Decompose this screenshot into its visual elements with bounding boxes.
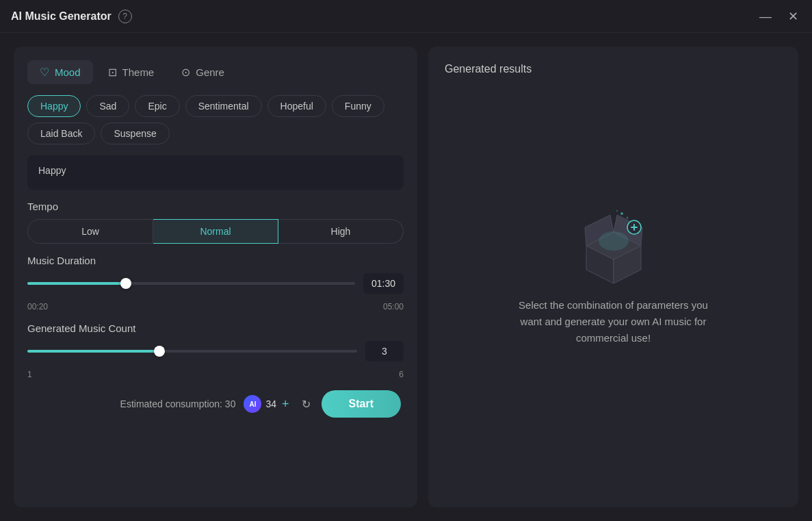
duration-value: 01:30 [363,273,404,294]
bottom-bar: Estimated consumption: 30 AI 34 + ↻ Star… [27,390,404,418]
theme-tab-icon: ⊡ [108,66,117,79]
ai-icon: AI [244,395,261,413]
tab-mood[interactable]: ♡ Mood [27,60,93,84]
music-count-label: Generated Music Count [27,322,404,334]
add-credits-button[interactable]: + [280,397,291,411]
count-value: 3 [365,341,404,361]
empty-state: Select the combination of parameters you… [518,208,709,346]
mood-epic[interactable]: Epic [135,95,179,117]
right-panel: Generated results [428,47,798,507]
titlebar-left: AI Music Generator ? [11,10,132,23]
main-content: ♡ Mood ⊡ Theme ⊙ Genre Happy Sad Epic Se… [0,33,812,521]
duration-slider-row: 01:30 [27,273,404,294]
selected-mood-display: Happy [27,155,404,190]
music-count-section: Generated Music Count 3 1 6 [27,322,404,379]
close-button[interactable]: ✕ [785,8,801,25]
svg-point-5 [599,231,629,251]
tempo-high[interactable]: High [278,219,404,244]
ai-badge: AI 34 + [244,395,290,413]
duration-slider-track[interactable] [27,277,355,290]
tab-bar: ♡ Mood ⊡ Theme ⊙ Genre [27,60,404,84]
svg-point-10 [626,216,628,218]
generated-results-label: Generated results [445,63,532,75]
empty-state-text: Select the combination of parameters you… [518,297,709,346]
mood-happy[interactable]: Happy [27,95,81,117]
start-button[interactable]: Start [322,390,401,418]
consumption-label: Estimated consumption: 30 [120,398,236,409]
credits-count: 34 [265,398,276,409]
app-title: AI Music Generator [11,10,112,23]
window-controls: — ✕ [757,8,801,25]
tempo-group: Low Normal High [27,219,404,244]
count-slider-row: 3 [27,341,404,361]
count-slider-track[interactable] [27,344,357,358]
tab-theme[interactable]: ⊡ Theme [96,60,167,84]
help-button[interactable]: ? [118,10,132,23]
app-window: AI Music Generator ? — ✕ ♡ Mood ⊡ Theme [0,0,812,521]
duration-range-labels: 00:20 05:00 [27,302,404,312]
count-range-labels: 1 6 [27,370,404,379]
mood-grid: Happy Sad Epic Sentimental Hopeful Funny… [27,95,404,144]
svg-point-11 [616,210,618,212]
tempo-label: Tempo [27,201,404,212]
mood-sentimental[interactable]: Sentimental [185,95,262,117]
tempo-normal[interactable]: Normal [153,219,278,244]
mood-tab-icon: ♡ [40,66,49,79]
music-duration-label: Music Duration [27,255,404,266]
genre-tab-icon: ⊙ [181,66,190,79]
titlebar: AI Music Generator ? — ✕ [0,0,812,33]
tempo-low[interactable]: Low [27,219,153,244]
tempo-section: Tempo Low Normal High [27,201,404,244]
music-duration-section: Music Duration 01:30 00:20 05:00 [27,255,404,312]
mood-funny[interactable]: Funny [332,95,384,117]
refresh-button[interactable]: ↻ [299,398,313,411]
tab-genre[interactable]: ⊙ Genre [169,60,237,84]
minimize-button[interactable]: — [757,8,774,25]
left-panel: ♡ Mood ⊡ Theme ⊙ Genre Happy Sad Epic Se… [14,47,417,507]
empty-state-icon [573,208,655,283]
mood-sad[interactable]: Sad [86,95,129,117]
mood-hopeful[interactable]: Hopeful [267,95,326,117]
mood-suspense[interactable]: Suspense [101,123,169,144]
svg-point-9 [620,212,623,215]
mood-laid-back[interactable]: Laid Back [27,123,95,144]
